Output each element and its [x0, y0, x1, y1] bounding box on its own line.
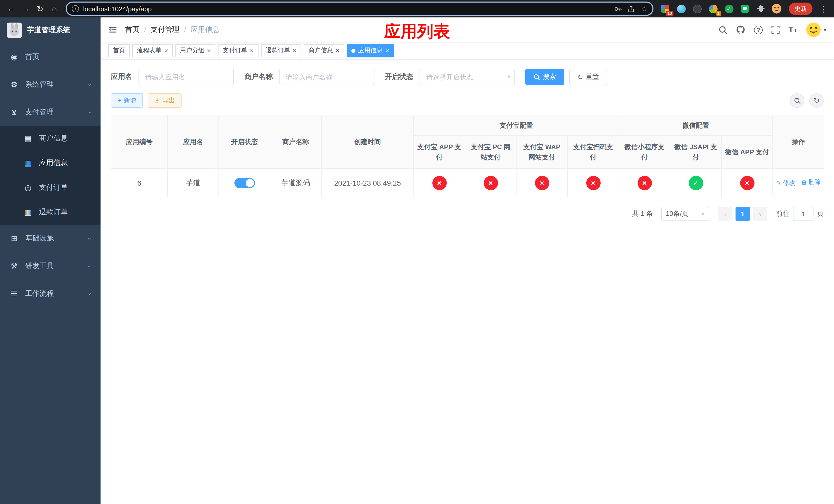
- refresh-icon: ↻: [577, 73, 583, 81]
- add-button[interactable]: + 新增: [111, 93, 142, 108]
- breadcrumb-payment[interactable]: 支付管理: [151, 25, 179, 35]
- search-icon: [533, 74, 540, 80]
- column-header-created: 创建时间: [321, 115, 414, 168]
- tab-refund-orders[interactable]: 退款订单 ×: [261, 44, 301, 57]
- browser-profile-avatar[interactable]: [771, 3, 782, 14]
- search-button[interactable]: 搜索: [525, 69, 564, 85]
- coin-icon: ◎: [24, 183, 32, 192]
- sidebar-item-label: 工作流程: [25, 289, 54, 298]
- site-info-icon[interactable]: i: [72, 5, 79, 12]
- top-navbar: 首页 / 支付管理 / 应用信息 ?: [101, 18, 834, 42]
- sidebar-item-workflow[interactable]: ☰ 工作流程 ›: [0, 280, 101, 307]
- delete-link[interactable]: 删除: [801, 178, 821, 187]
- tab-close-icon[interactable]: ×: [164, 47, 168, 54]
- browser-home-icon[interactable]: ⌂: [47, 2, 62, 16]
- sidebar-item-dev-tools[interactable]: ⚒ 研发工具 ›: [0, 252, 101, 280]
- search-icon[interactable]: [719, 25, 727, 34]
- page-number-button[interactable]: 1: [736, 207, 750, 221]
- export-button-label: 导出: [162, 96, 175, 105]
- extension-dark-icon[interactable]: [692, 3, 703, 14]
- tab-payment-orders[interactable]: 支付订单 ×: [218, 44, 258, 57]
- sidebar-item-refund-orders[interactable]: ▥ 退款订单: [0, 200, 101, 225]
- help-icon[interactable]: ?: [754, 25, 763, 34]
- extension-drop-icon[interactable]: [676, 3, 687, 14]
- browser-menu-kebab-icon[interactable]: ⋮: [819, 2, 828, 16]
- refresh-table-button[interactable]: ↻: [809, 93, 824, 108]
- browser-forward-icon[interactable]: →: [19, 2, 33, 16]
- app-title: 芋道管理系统: [27, 26, 70, 35]
- share-icon[interactable]: [628, 5, 635, 13]
- sidebar-item-payment-orders[interactable]: ◎ 支付订单: [0, 175, 101, 200]
- tab-close-icon[interactable]: ×: [293, 47, 297, 54]
- tab-label: 商户信息: [308, 46, 333, 55]
- browser-reload-icon[interactable]: ↻: [33, 2, 47, 16]
- filter-form: 应用名 商户名称 开启状态 ▾: [111, 69, 824, 85]
- search-icon: [794, 97, 800, 104]
- extension-check-icon[interactable]: ✓: [723, 3, 734, 14]
- sidebar-item-label: 退款订单: [39, 208, 68, 217]
- extension-avatar-icon[interactable]: 1: [707, 3, 719, 14]
- next-page-button[interactable]: ›: [753, 207, 767, 221]
- github-icon[interactable]: [736, 25, 745, 35]
- user-menu[interactable]: ▾: [806, 22, 826, 38]
- key-icon[interactable]: [614, 5, 622, 13]
- sidebar-item-label: 研发工具: [25, 261, 54, 271]
- hide-search-button[interactable]: [790, 93, 804, 108]
- update-button[interactable]: 更新: [789, 3, 812, 15]
- sidebar-item-infrastructure[interactable]: ⊞ 基础设施 ›: [0, 225, 101, 252]
- workflow-icon: ☰: [10, 289, 19, 298]
- sidebar-fold-icon[interactable]: [108, 25, 117, 35]
- merchant-name-input[interactable]: [279, 69, 374, 85]
- tab-user-group[interactable]: 用户分组 ×: [175, 44, 215, 57]
- sidebar-item-label: 基础设施: [25, 234, 54, 243]
- sidebar-item-system[interactable]: ⚙ 系统管理 ›: [0, 71, 101, 98]
- sidebar-item-app-info[interactable]: ▦ 应用信息: [0, 151, 101, 175]
- tab-label: 首页: [113, 46, 125, 55]
- bookmark-star-icon[interactable]: ☆: [641, 5, 647, 13]
- group-header-alipay: 支付宝配置: [414, 115, 619, 136]
- sidebar-item-payment[interactable]: ¥ 支付管理 ›: [0, 98, 101, 126]
- caret-down-icon: ▾: [824, 27, 826, 32]
- tab-close-icon[interactable]: ×: [336, 47, 339, 54]
- app-logo[interactable]: 芋道管理系统: [0, 18, 101, 43]
- tab-process-form[interactable]: 流程表单 ×: [132, 44, 173, 57]
- page-size-value: 10条/页: [666, 209, 688, 219]
- address-bar[interactable]: i localhost:1024/pay/app ☆: [66, 2, 654, 16]
- status-select[interactable]: ▾: [420, 69, 515, 85]
- edit-link[interactable]: ✎ 修改: [776, 179, 795, 188]
- extensions-puzzle-icon[interactable]: [755, 3, 766, 14]
- breadcrumb-home[interactable]: 首页: [125, 25, 139, 35]
- tab-label: 流程表单: [137, 46, 161, 55]
- tab-app-info[interactable]: 应用信息 ×: [347, 44, 394, 57]
- reset-button[interactable]: ↻ 重置: [569, 69, 607, 85]
- total-count: 共 1 条: [632, 209, 653, 219]
- sidebar-item-merchant-info[interactable]: ▤ 商户信息: [0, 126, 101, 151]
- tab-home[interactable]: 首页: [108, 44, 130, 57]
- tab-close-icon[interactable]: ×: [207, 47, 211, 54]
- export-button[interactable]: 导出: [148, 93, 181, 108]
- tab-close-icon[interactable]: ×: [250, 47, 254, 54]
- group-header-wechat: 微信配置: [619, 115, 773, 136]
- column-header-status: 开启状态: [219, 115, 270, 168]
- fullscreen-icon[interactable]: [771, 26, 780, 34]
- prev-page-button[interactable]: ‹: [718, 207, 732, 221]
- server-icon: ⊞: [10, 234, 19, 243]
- browser-extensions: 10 1 ✓ 更新 ⋮: [658, 2, 830, 16]
- status-toggle[interactable]: [234, 178, 255, 188]
- channel-status-icon: ×: [586, 176, 600, 190]
- apps-table: 应用编号 应用名 开启状态 商户名称 创建时间 支付宝配置 微信配置 操作 支付…: [111, 115, 824, 198]
- app-name-input[interactable]: [138, 69, 234, 85]
- goto-page-input[interactable]: [793, 207, 813, 221]
- extension-grid-icon[interactable]: 10: [660, 3, 671, 14]
- tab-merchant-info[interactable]: 商户信息 ×: [304, 44, 344, 57]
- table-tools: ↻: [790, 93, 824, 108]
- font-size-icon[interactable]: TT: [788, 25, 797, 35]
- sidebar-item-home[interactable]: ◉ 首页: [0, 43, 101, 71]
- extension-chat-icon[interactable]: [739, 3, 750, 14]
- column-header-alipay-wap: 支付宝 WAP 网站支付: [516, 136, 568, 168]
- logo-avatar: [7, 23, 22, 38]
- browser-back-icon[interactable]: ←: [4, 2, 19, 16]
- status-select-input[interactable]: [420, 69, 515, 85]
- page-size-select[interactable]: 10条/页 ▾: [661, 207, 709, 221]
- tab-close-icon[interactable]: ×: [385, 47, 389, 54]
